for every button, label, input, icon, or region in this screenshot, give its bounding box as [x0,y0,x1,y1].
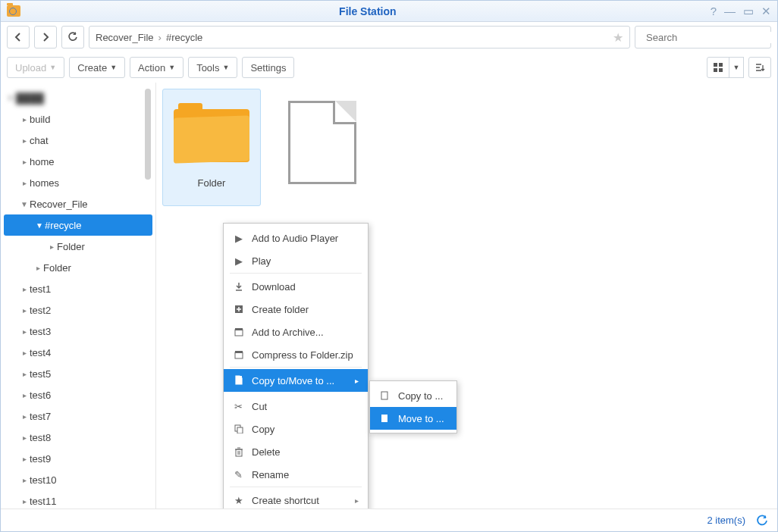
refresh-button[interactable] [61,26,84,49]
tree-item[interactable]: ▸home [1,151,155,172]
ctx-create-folder[interactable]: Create folder [224,298,368,321]
search-field[interactable] [646,32,773,43]
tree-item[interactable]: ▸test8 [1,427,155,448]
breadcrumb-sep: › [158,32,162,43]
tree-item-recycle[interactable]: ▼#recycle [4,214,152,236]
file-thumb[interactable] [273,89,372,206]
help-icon[interactable]: ? [711,5,717,18]
ctx-play[interactable]: ▶Play [224,249,368,272]
item-count: 2 item(s) [707,515,745,526]
action-button[interactable]: Action▼ [130,57,184,78]
statusbar: 2 item(s) [1,509,777,531]
thumb-label: Folder [198,177,226,189]
scrollbar-thumb[interactable] [145,89,151,180]
tree-item[interactable]: ▸test4 [1,342,155,363]
search-input[interactable] [635,26,771,49]
ctx-cut[interactable]: ✂Cut [224,395,368,418]
view-dropdown-button[interactable]: ▼ [729,57,744,78]
svg-rect-13 [235,330,243,336]
breadcrumb-part[interactable]: #recycle [166,32,202,43]
breadcrumb[interactable]: Recover_File › #recycle ★ [89,26,630,49]
tree-item[interactable]: ▸test1 [1,278,155,299]
tree-root[interactable]: ▼████ [1,87,155,108]
context-submenu: Copy to ... Move to ... [369,380,457,433]
svg-rect-28 [381,415,387,422]
svg-rect-5 [719,68,723,72]
folder-icon [174,103,249,162]
tree-item[interactable]: ▸test10 [1,469,155,490]
tree-item[interactable]: ▸chat [1,130,155,151]
ctx-copy[interactable]: Copy [224,418,368,440]
view-grid-button[interactable] [707,57,729,78]
breadcrumb-part[interactable]: Recover_File [96,32,154,43]
svg-rect-3 [719,63,723,67]
tree-item[interactable]: ▸test5 [1,363,155,384]
tree-item[interactable]: ▸test6 [1,384,155,405]
window-title: File Station [25,5,711,17]
tree-item[interactable]: ▸test11 [1,490,155,509]
ctx-delete[interactable]: Delete [224,440,368,463]
ctx-compress[interactable]: Compress to Folder.zip [224,343,368,366]
tree-item[interactable]: ▸Folder [1,236,155,257]
svg-rect-20 [236,449,242,456]
ctx-archive[interactable]: Add to Archive... [224,321,368,343]
back-button[interactable] [7,26,30,49]
titlebar: File Station ? — ▭ ✕ [1,1,777,22]
folder-thumb[interactable]: Folder [162,89,261,206]
sub-copy-to[interactable]: Copy to ... [370,384,456,407]
svg-rect-4 [714,68,717,72]
file-icon [288,101,356,184]
maximize-icon[interactable]: ▭ [743,5,754,18]
ctx-rename[interactable]: ✎Rename [224,463,368,486]
tree-item[interactable]: ▸test3 [1,321,155,342]
sidebar[interactable]: ▼████ ▸build ▸chat ▸home ▸homes ▼Recover… [1,83,156,509]
svg-rect-2 [714,63,717,67]
tree-item[interactable]: ▸test9 [1,448,155,469]
main-area: ▼████ ▸build ▸chat ▸home ▸homes ▼Recover… [1,83,777,509]
tree-item[interactable]: ▸homes [1,172,155,193]
refresh-icon[interactable] [756,515,768,527]
tree-item-recover[interactable]: ▼Recover_File [1,193,155,214]
ctx-shortcut[interactable]: ★Create shortcut▸ [224,489,368,509]
navbar: Recover_File › #recycle ★ [1,22,777,52]
close-icon[interactable]: ✕ [761,5,771,18]
favorite-icon[interactable]: ★ [613,30,623,45]
toolbar: Upload▼ Create▼ Action▼ Tools▼ Settings … [1,52,777,83]
tree-item[interactable]: ▸Folder [1,257,155,278]
ctx-download[interactable]: Download [224,275,368,298]
tree-item[interactable]: ▸test2 [1,299,155,321]
upload-button[interactable]: Upload▼ [7,57,64,78]
app-icon [7,5,20,17]
ctx-copy-move[interactable]: Copy to/Move to ...▸ [224,369,368,392]
forward-button[interactable] [34,26,57,49]
tools-button[interactable]: Tools▼ [188,57,237,78]
svg-rect-16 [235,351,243,353]
tree-item[interactable]: ▸test7 [1,405,155,427]
create-button[interactable]: Create▼ [69,57,125,78]
tree-item[interactable]: ▸build [1,108,155,130]
sub-move-to[interactable]: Move to ... [370,407,456,430]
settings-button[interactable]: Settings [242,57,294,78]
sort-button[interactable] [748,57,771,78]
svg-rect-27 [381,392,387,399]
context-menu: ▶Add to Audio Player ▶Play Download Crea… [223,223,369,509]
minimize-icon[interactable]: — [724,5,736,18]
ctx-add-audio[interactable]: ▶Add to Audio Player [224,227,368,249]
svg-rect-19 [237,427,243,433]
svg-rect-15 [235,352,243,358]
app-window: File Station ? — ▭ ✕ Recover_File › #rec… [0,0,778,532]
svg-rect-14 [235,328,243,330]
